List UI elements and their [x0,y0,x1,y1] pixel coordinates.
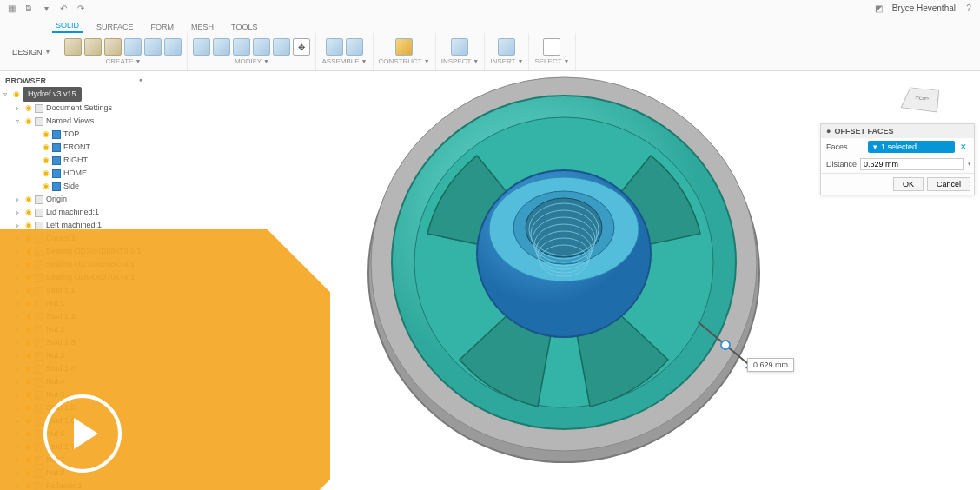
ribbon: DESIGN▼ CREATE▼ ✥ MODIFY▼ ASSEMBLE▼ [0,33,980,71]
tree-item[interactable]: ▹◉Origin [3,193,144,206]
tree-item[interactable]: ▹◉Document Settings [3,102,144,115]
workspace-tabs: SOLID SURFACE FORM MESH TOOLS [0,17,980,33]
tree-item[interactable]: ▹◉Nut:3 [3,349,144,362]
tab-solid[interactable]: SOLID [52,19,83,33]
faces-label: Faces [826,142,864,151]
ribbon-group-create: CREATE▼ [59,33,188,70]
tree-item[interactable]: ▹◉Cooler:1 [3,232,144,245]
tab-form[interactable]: FORM [148,21,178,33]
joint-icon[interactable] [326,38,343,56]
measure-icon[interactable] [451,38,468,56]
draft-icon[interactable] [253,38,270,56]
save-icon[interactable]: ▾ [40,3,52,15]
distance-tooltip[interactable]: 0.629 mm [747,358,794,372]
ribbon-group-assemble: ASSEMBLE▼ [316,33,373,70]
extrude-icon[interactable] [144,38,162,56]
sketch-icon[interactable] [124,38,142,56]
faces-selection-chip[interactable]: ▾1 selected [868,141,955,153]
browser-title: BROWSER● [3,75,144,87]
ok-button[interactable]: OK [893,177,924,191]
tree-item[interactable]: ▹◉Nut:4 [3,375,144,388]
viewcube[interactable]: TOP [905,82,949,125]
extensions-icon[interactable]: ◩ [873,3,885,15]
app-menu-icon[interactable]: ▦ [5,3,17,15]
fillet-icon[interactable] [193,38,210,56]
tab-surface[interactable]: SURFACE [93,21,137,33]
ribbon-group-construct: CONSTRUCT▼ [374,33,436,70]
sphere-icon[interactable] [104,38,122,56]
plane-icon[interactable] [395,38,413,56]
username-label[interactable]: Bryce Heventhal [892,3,956,13]
as-built-joint-icon[interactable] [346,38,363,56]
tree-item[interactable]: ◉HOME [3,167,144,180]
tree-item[interactable]: ▹◉Nut:1 [3,297,144,310]
tree-item[interactable]: ▹◉Stud 1:2 [3,310,144,323]
ribbon-group-modify: ✥ MODIFY▼ [188,33,316,70]
tree-item[interactable]: ▹◉Stud 1:3 [3,336,144,349]
tree-item[interactable]: ▹◉Nut:2 [3,323,144,336]
tree-item[interactable]: ◉RIGHT [3,154,144,167]
panel-marker-icon: ● [826,127,831,136]
undo-icon[interactable]: ↶ [57,3,70,15]
ribbon-group-insert: INSERT▼ [485,33,529,70]
insert-icon[interactable] [498,38,515,56]
tree-item[interactable]: ◉Side [3,180,144,193]
tree-item[interactable]: ▿◉Named Views [3,115,144,128]
cancel-button[interactable]: Cancel [927,177,970,191]
tab-mesh[interactable]: MESH [188,21,217,33]
tree-item[interactable]: ▹◉Lid machined:1 [3,206,144,219]
panel-title-label: OFFSET FACES [834,127,893,136]
help-icon[interactable]: ? [963,3,975,15]
tree-item[interactable]: ▹◉Sealing OD70xID58xT4:1 [3,258,144,271]
clear-selection-icon[interactable]: ✕ [958,142,969,152]
ribbon-group-select: SELECT▼ [529,33,575,70]
tab-tools[interactable]: TOOLS [228,21,261,33]
select-icon[interactable] [543,38,560,56]
distance-input[interactable] [860,158,964,170]
revolve-icon[interactable] [164,38,182,56]
ribbon-group-inspect: INSPECT▼ [436,33,486,70]
tree-item[interactable]: ◉FRONT [3,141,144,154]
tree-item[interactable]: ▹◉Sealing OD84xID70xT4:1 [3,271,144,284]
tree-item[interactable]: ▹◉Left machined:1 [3,219,144,232]
model-part[interactable] [355,71,772,473]
design-dropdown[interactable]: DESIGN▼ [3,44,59,60]
tree-item[interactable]: ▹◉Stud 1:4 [3,362,144,375]
tree-item[interactable]: ◉TOP [3,128,144,141]
main-area: BROWSER● ▿◉ Hydref v3 v15 ▹◉Document Set… [0,71,980,490]
combine-icon[interactable] [273,38,290,56]
tree-item[interactable]: ▹◉Stud 1:1 [3,284,144,297]
viewport[interactable]: 0.629 mm TOP ●OFFSET FACES Faces ▾1 sele… [148,71,980,490]
press-pull-icon[interactable] [213,38,230,56]
offset-faces-panel: ●OFFSET FACES Faces ▾1 selected ✕ Distan… [820,123,975,195]
distance-label: Distance [826,160,857,169]
redo-icon[interactable]: ↷ [75,3,87,15]
file-icon[interactable]: 🗎 [23,3,35,15]
play-icon [74,418,98,449]
distance-dropdown-icon[interactable]: ▾ [968,161,971,168]
tree-item[interactable]: ▹◉Follower:1 [3,480,144,490]
tree-item[interactable]: ▹◉Sealing OD70xID58xT3,9:1 [3,245,144,258]
box-icon[interactable] [64,38,82,56]
titlebar: ▦ 🗎 ▾ ↶ ↷ ◩ Bryce Heventhal ? [0,0,980,17]
browser-collapse-icon[interactable]: ● [139,76,142,85]
move-icon[interactable]: ✥ [293,38,310,56]
play-button[interactable] [43,394,122,473]
shell-icon[interactable] [233,38,250,56]
tree-root[interactable]: ▿◉ Hydref v3 v15 [3,87,144,102]
cylinder-icon[interactable] [84,38,102,56]
